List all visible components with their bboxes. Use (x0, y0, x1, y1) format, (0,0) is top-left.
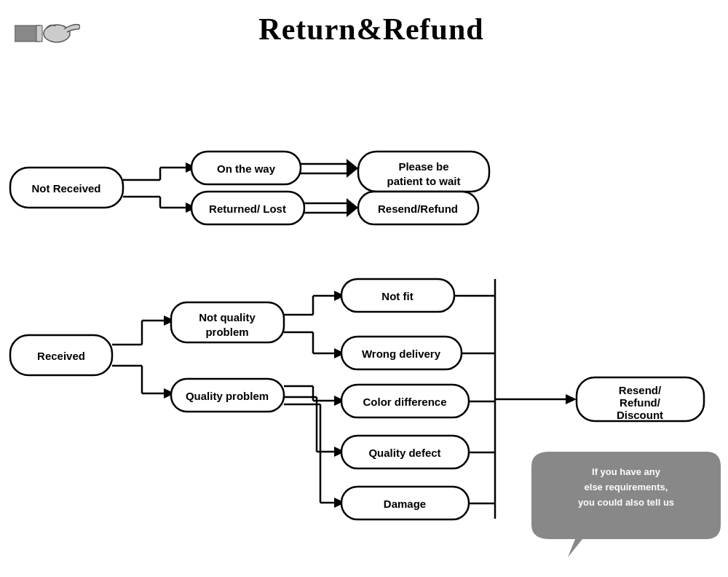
returned-lost-label: Returned/ Lost (209, 203, 286, 215)
svg-marker-65 (566, 394, 577, 404)
rrd-line3: Discount (617, 409, 663, 421)
svg-rect-1 (36, 25, 42, 42)
not-received-label: Not Received (31, 182, 100, 195)
resend-refund-label: Resend/Refund (378, 203, 458, 215)
page: Return&Refund Not Received On the way Pl… (0, 0, 728, 577)
damage-label: Damage (384, 498, 426, 510)
color-diff-label: Color difference (363, 396, 446, 408)
svg-marker-11 (347, 159, 358, 178)
not-quality-line2: problem (205, 326, 248, 338)
diagram: Not Received On the way Please be patien… (0, 73, 728, 568)
please-wait-line2: patient to wait (387, 175, 461, 187)
quality-defect-label: Quality defect (368, 447, 440, 459)
quality-problem-label: Quality problem (186, 390, 269, 402)
bubble-line2: else requirements, (585, 482, 668, 492)
rrd-line1: Resend/ (619, 384, 662, 396)
bubble-line1: If you have any (592, 466, 661, 477)
on-the-way-label: On the way (217, 162, 276, 175)
not-fit-label: Not fit (381, 290, 413, 302)
header: Return&Refund (0, 0, 728, 58)
hand-icon (15, 7, 80, 51)
wrong-delivery-label: Wrong delivery (362, 348, 441, 360)
not-quality-line1: Not quality (199, 311, 256, 323)
received-label: Received (37, 350, 85, 362)
bubble-line3: you could also tell us (578, 497, 674, 508)
page-title: Return&Refund (95, 12, 648, 47)
svg-marker-20 (347, 198, 358, 217)
rrd-line2: Refund/ (620, 396, 661, 409)
please-wait-line1: Please be (398, 160, 448, 173)
